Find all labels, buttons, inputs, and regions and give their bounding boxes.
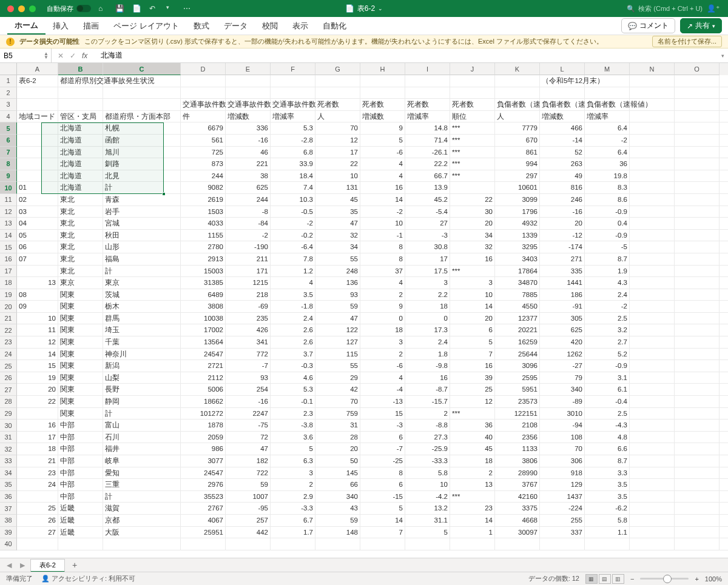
cell[interactable]: 4668 — [495, 515, 540, 526]
cell[interactable] — [675, 182, 720, 193]
cell[interactable]: 297 — [495, 170, 540, 182]
cell[interactable]: 函館 — [103, 135, 181, 146]
cell[interactable]: -5 — [585, 241, 630, 253]
cell[interactable] — [450, 87, 495, 99]
cell[interactable]: 滋賀 — [103, 503, 181, 514]
cell[interactable]: 861 — [495, 147, 540, 158]
cell[interactable]: 336 — [226, 122, 271, 134]
cell[interactable]: 722 — [226, 467, 271, 479]
cell[interactable]: 12377 — [495, 313, 540, 324]
cell[interactable]: 20 — [315, 443, 360, 455]
cell[interactable]: 0 — [360, 313, 405, 324]
cell[interactable]: 3099 — [495, 194, 540, 206]
cell[interactable]: 死者数 — [405, 99, 450, 110]
cell[interactable]: 6.7 — [271, 515, 315, 526]
cell[interactable]: 561 — [181, 135, 226, 146]
row-header-18[interactable]: 18 — [0, 277, 17, 289]
cell[interactable]: 2108 — [495, 420, 540, 431]
row-header-21[interactable]: 21 — [0, 313, 17, 325]
cell[interactable]: 20 — [540, 218, 585, 229]
cell[interactable]: 5.2 — [585, 349, 630, 360]
cell[interactable]: 16259 — [495, 336, 540, 348]
cell[interactable]: -26.1 — [405, 147, 450, 158]
selection-fill-handle[interactable] — [162, 192, 166, 196]
row-header-17[interactable]: 17 — [0, 266, 17, 278]
row-header-8[interactable]: 8 — [0, 158, 17, 170]
cell[interactable] — [675, 158, 720, 170]
cell[interactable]: 5.3 — [271, 384, 315, 395]
col-header-I[interactable]: I — [405, 63, 450, 75]
cell[interactable]: 順位 — [450, 111, 495, 122]
col-header-B[interactable]: B — [58, 63, 103, 75]
cell[interactable]: 交通事故件数 — [271, 99, 315, 110]
cell[interactable]: 131 — [315, 182, 360, 193]
cell[interactable]: 6.8 — [271, 147, 315, 158]
cell[interactable]: *** — [450, 408, 495, 420]
cell[interactable]: 14.8 — [405, 122, 450, 134]
cell[interactable]: 7.4 — [271, 182, 315, 193]
ribbon-tab-5[interactable]: データ — [217, 17, 255, 35]
cell[interactable] — [630, 420, 675, 431]
row-header-4[interactable]: 4 — [0, 111, 17, 123]
row-header-26[interactable]: 26 — [0, 372, 17, 384]
cell[interactable]: 20 — [17, 384, 58, 395]
cell[interactable]: 愛知 — [103, 467, 181, 479]
cell[interactable]: -6 — [360, 147, 405, 158]
cell[interactable]: -6.2 — [585, 503, 630, 514]
cell[interactable]: -25 — [360, 455, 405, 467]
cell[interactable]: 36 — [585, 158, 630, 170]
cell[interactable]: 東北 — [58, 230, 103, 241]
cell[interactable] — [271, 87, 315, 99]
cell[interactable]: 16 — [360, 182, 405, 193]
cell[interactable]: 増減率 — [271, 111, 315, 122]
cell[interactable]: 66 — [315, 479, 360, 490]
cell[interactable] — [675, 503, 720, 514]
cell[interactable]: 交通事故件数 — [181, 99, 226, 110]
cell[interactable]: 4.8 — [585, 432, 630, 443]
cell[interactable]: 16 — [450, 253, 495, 265]
cell[interactable] — [630, 158, 675, 170]
cell[interactable]: 47 — [315, 218, 360, 229]
cell[interactable]: 466 — [540, 122, 585, 134]
cell[interactable]: 7 — [450, 349, 495, 360]
cell[interactable]: 235 — [226, 313, 271, 324]
row-header-10[interactable]: 10 — [0, 182, 17, 194]
cell[interactable]: 負傷者数（速報値） — [585, 99, 630, 110]
col-header-H[interactable]: H — [360, 63, 405, 75]
cell[interactable]: 東北 — [58, 266, 103, 277]
cell[interactable]: 2.7 — [585, 336, 630, 348]
cell[interactable] — [630, 360, 675, 372]
cell[interactable]: 918 — [540, 467, 585, 479]
cell[interactable] — [226, 538, 271, 550]
cell[interactable]: 45 — [315, 194, 360, 206]
row-header-7[interactable]: 7 — [0, 147, 17, 159]
cell[interactable]: 1133 — [495, 443, 540, 455]
cell[interactable]: 39 — [450, 372, 495, 384]
cell[interactable]: -4.3 — [585, 420, 630, 431]
cell[interactable] — [450, 182, 495, 193]
cell[interactable]: 3.5 — [271, 289, 315, 301]
cell[interactable] — [630, 336, 675, 348]
cell[interactable]: 地域コード — [17, 111, 58, 122]
cell[interactable]: 255 — [540, 515, 585, 526]
cell[interactable] — [630, 194, 675, 206]
cell[interactable]: 4 — [271, 277, 315, 289]
cell[interactable]: 17864 — [495, 266, 540, 277]
cell[interactable]: 18 — [450, 455, 495, 467]
cell[interactable]: -2 — [585, 135, 630, 146]
cell[interactable]: 66.7 — [405, 170, 450, 182]
cell[interactable]: 11 — [17, 324, 58, 336]
row-header-32[interactable]: 32 — [0, 443, 17, 455]
cell[interactable]: 6.1 — [585, 384, 630, 395]
cell[interactable]: 東北 — [58, 241, 103, 253]
cell[interactable]: 254 — [226, 384, 271, 395]
cell[interactable]: 4.3 — [585, 277, 630, 289]
cell[interactable]: 15 — [360, 408, 405, 420]
row-header-39[interactable]: 39 — [0, 527, 17, 539]
row-headers[interactable]: 1234567891011121314151617181920212223242… — [0, 75, 17, 550]
cell[interactable]: 17002 — [181, 324, 226, 336]
cell[interactable]: 2 — [450, 467, 495, 479]
cell[interactable] — [17, 408, 58, 420]
cell[interactable]: *** — [450, 170, 495, 182]
cell[interactable]: -6 — [360, 360, 405, 372]
